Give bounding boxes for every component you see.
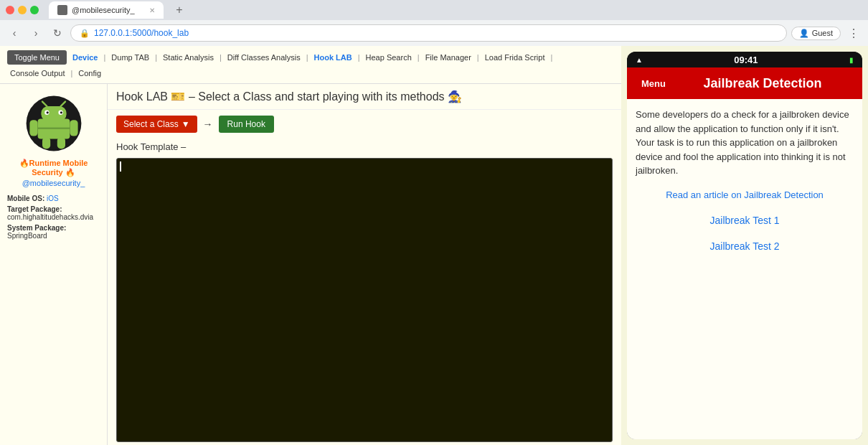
nav-console-output[interactable]: Console Output xyxy=(7,67,67,79)
main-layout: Toggle Menu Device | Dump TAB | Static A… xyxy=(0,46,868,445)
select-class-button[interactable]: Select a Class ▼ xyxy=(116,116,197,133)
sidebar-info: Mobile OS: iOS Target Package: com.higha… xyxy=(7,195,100,240)
wifi-icon: ▲ xyxy=(636,56,643,64)
phone-header-title: Jailbreak Detection xyxy=(671,76,854,91)
page-title-bar: Hook LAB 🎫 – Select a Class and start pl… xyxy=(108,84,621,110)
android-logo xyxy=(25,95,82,152)
browser-chrome: @mobilesecurity_ ✕ + ‹ › ↻ 🔒 127.0.0.1:5… xyxy=(0,0,868,46)
svg-rect-14 xyxy=(37,128,70,129)
mobile-os-label: Mobile OS: iOS xyxy=(7,195,100,202)
select-class-label: Select a Class xyxy=(123,119,179,129)
phone-screen: Menu Jailbreak Detection Some developers… xyxy=(627,67,862,439)
nav-dump-tab[interactable]: Dump TAB xyxy=(108,52,152,63)
svg-rect-12 xyxy=(57,137,65,149)
jailbreak-test1-link[interactable]: Jailbreak Test 1 xyxy=(636,215,854,226)
dropdown-icon: ▼ xyxy=(181,119,190,129)
lock-icon: 🔒 xyxy=(80,29,90,38)
guest-icon: 👤 xyxy=(799,29,809,38)
system-pkg-section: System Package: SpringBoard xyxy=(7,224,100,240)
nav-hook-lab[interactable]: Hook LAB xyxy=(311,52,355,63)
sidebar-username[interactable]: @mobilesecurity_ xyxy=(22,179,85,187)
battery-icon: ▮ xyxy=(849,56,854,64)
target-pkg-label: Target Package: xyxy=(7,205,100,213)
tab-favicon xyxy=(57,5,67,15)
nav-diff-classes[interactable]: Diff Classes Analysis xyxy=(225,52,303,63)
reload-button[interactable]: ↻ xyxy=(49,24,66,42)
forward-button[interactable]: › xyxy=(27,24,44,42)
phone-device: ▲ 09:41 ▮ Menu Jailbreak Detection Some … xyxy=(627,52,862,439)
phone-header: Menu Jailbreak Detection xyxy=(627,67,862,99)
hook-template-label: Hook Template – xyxy=(108,139,621,155)
nav-heap-search[interactable]: Heap Search xyxy=(363,52,415,63)
window-controls xyxy=(6,6,39,14)
nav-config[interactable]: Config xyxy=(75,67,104,79)
page-title: Hook LAB 🎫 – Select a Class and start pl… xyxy=(116,90,462,103)
tab-title: @mobilesecurity_ xyxy=(72,6,145,14)
phone-content: Some developers do a check for a jailbro… xyxy=(627,99,862,439)
run-hook-button[interactable]: Run Hook xyxy=(219,116,274,133)
status-right: ▮ xyxy=(849,56,854,64)
phone-description: Some developers do a check for a jailbro… xyxy=(636,108,854,178)
top-navigation: Toggle Menu Device | Dump TAB | Static A… xyxy=(0,46,621,84)
system-pkg-label: System Package: xyxy=(7,224,100,232)
toggle-menu-button[interactable]: Toggle Menu xyxy=(7,50,67,65)
sidebar-title: 🔥Runtime Mobile Security 🔥 xyxy=(7,159,100,177)
address-text: 127.0.0.1:5000/hook_lab xyxy=(94,28,778,38)
target-pkg-section: Target Package: com.highaltitudehacks.dv… xyxy=(7,205,100,221)
browser-menu-icon[interactable]: ⋮ xyxy=(845,24,862,42)
content-area: Hook LAB 🎫 – Select a Class and start pl… xyxy=(108,84,621,445)
status-time: 09:41 xyxy=(734,55,758,65)
target-pkg-value: com.highaltitudehacks.dvia xyxy=(7,213,100,221)
arrow-icon: → xyxy=(203,118,213,130)
minimize-button[interactable] xyxy=(18,6,27,14)
nav-device[interactable]: Device xyxy=(70,52,100,63)
browser-titlebar: @mobilesecurity_ ✕ + xyxy=(0,0,868,20)
address-bar[interactable]: 🔒 127.0.0.1:5000/hook_lab xyxy=(70,24,787,42)
guest-label: Guest xyxy=(812,29,833,37)
browser-content: Toggle Menu Device | Dump TAB | Static A… xyxy=(0,46,621,445)
tab-close-icon[interactable]: ✕ xyxy=(149,6,155,14)
nav-file-manager[interactable]: File Manager xyxy=(423,52,474,63)
svg-rect-11 xyxy=(42,137,50,149)
editor-cursor xyxy=(120,161,121,172)
browser-tab[interactable]: @mobilesecurity_ ✕ xyxy=(49,1,164,19)
browser-toolbar: ‹ › ↻ 🔒 127.0.0.1:5000/hook_lab 👤 Guest … xyxy=(0,20,868,46)
jailbreak-test2-link[interactable]: Jailbreak Test 2 xyxy=(636,240,854,252)
sidebar: 🔥Runtime Mobile Security 🔥 @mobilesecuri… xyxy=(0,84,108,445)
svg-point-5 xyxy=(46,111,48,113)
nav-static-analysis[interactable]: Static Analysis xyxy=(160,52,217,63)
back-button[interactable]: ‹ xyxy=(6,24,23,42)
maximize-button[interactable] xyxy=(30,6,39,14)
svg-point-6 xyxy=(60,111,62,113)
phone-menu-button[interactable]: Menu xyxy=(636,75,671,92)
svg-rect-10 xyxy=(70,120,77,136)
new-tab-button[interactable]: + xyxy=(171,1,188,19)
hook-actions: Select a Class ▼ → Run Hook xyxy=(108,110,621,139)
svg-rect-9 xyxy=(29,120,37,136)
phone-status-bar: ▲ 09:41 ▮ xyxy=(627,52,862,67)
nav-load-frida[interactable]: Load Frida Script xyxy=(482,52,548,63)
mobile-os-value: iOS xyxy=(47,195,59,202)
system-pkg-value: SpringBoard xyxy=(7,232,100,240)
status-left: ▲ xyxy=(636,56,643,64)
hook-editor[interactable] xyxy=(116,158,613,442)
close-button[interactable] xyxy=(6,6,14,14)
guest-button[interactable]: 👤 Guest xyxy=(791,27,841,40)
phone-panel: ▲ 09:41 ▮ Menu Jailbreak Detection Some … xyxy=(621,46,868,445)
article-link[interactable]: Read an article on Jailbreak Detection xyxy=(636,189,854,200)
